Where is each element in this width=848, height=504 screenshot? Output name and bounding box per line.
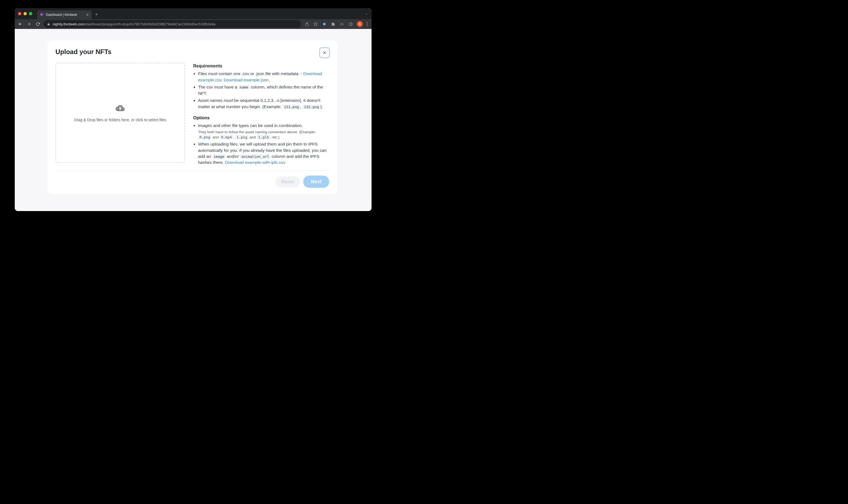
upload-modal: Upload your NFTs Drag & Drop files or fo… [47, 40, 337, 194]
nav-reload-button[interactable] [35, 22, 40, 26]
svg-point-9 [367, 22, 368, 23]
tab-close-icon[interactable]: ✕ [86, 13, 89, 17]
side-panel-icon[interactable] [348, 22, 353, 26]
option-item: Images and other file types can be used … [198, 123, 329, 140]
svg-rect-7 [349, 23, 352, 25]
extension-icon[interactable] [322, 22, 327, 26]
nav-forward-button[interactable] [26, 22, 32, 26]
modal-title: Upload your NFTs [55, 48, 111, 56]
svg-point-10 [367, 23, 368, 24]
lock-icon [47, 22, 50, 26]
modal-footer: Reset Next [55, 170, 329, 188]
page-viewport: Upload your NFTs Drag & Drop files or fo… [15, 29, 372, 211]
window-minimize-icon[interactable] [23, 12, 27, 15]
extensions-puzzle-icon[interactable] [331, 22, 335, 26]
svg-point-11 [367, 25, 368, 26]
tabs-dropdown-icon[interactable]: ⌄ [365, 12, 368, 16]
requirements-heading: Requirements [193, 63, 329, 69]
share-icon[interactable] [304, 22, 309, 26]
url-text: nightly.thirdweb.com/dashboard/polygon/n… [52, 22, 215, 26]
address-bar: nightly.thirdweb.com/dashboard/polygon/n… [15, 19, 372, 29]
reading-list-icon[interactable] [339, 22, 344, 26]
next-button[interactable]: Next [303, 176, 329, 188]
dropzone-label: Drag & Drop files or folders here, or cl… [74, 118, 166, 122]
requirement-item: The csv must have a name column, which d… [198, 84, 329, 96]
url-input[interactable]: nightly.thirdweb.com/dashboard/polygon/n… [44, 20, 301, 28]
svg-marker-1 [314, 22, 317, 26]
toolbar-right: S [304, 21, 369, 27]
upload-cloud-icon [116, 104, 125, 114]
window-maximize-icon[interactable] [29, 12, 32, 15]
new-tab-button[interactable]: + [95, 12, 98, 17]
nav-back-button[interactable] [17, 22, 23, 26]
window-close-icon[interactable] [18, 12, 21, 15]
browser-menu-icon[interactable] [367, 22, 368, 26]
bookmark-star-icon[interactable] [313, 22, 318, 26]
options-heading: Options [193, 115, 329, 121]
modal-close-button[interactable] [320, 48, 329, 57]
browser-window: Dashboard | thirdweb ✕ + ⌄ nightly.third… [15, 8, 372, 211]
window-controls [18, 12, 32, 15]
reset-button[interactable]: Reset [276, 176, 300, 187]
browser-tab[interactable]: Dashboard | thirdweb ✕ [37, 11, 92, 19]
info-panel: Requirements Files must contain one .csv… [193, 63, 329, 167]
option-item: When uploading files, we will upload the… [198, 141, 329, 166]
thirdweb-favicon-icon [40, 13, 44, 17]
download-ipfs-example-link[interactable]: Download example-with-ipfs.csv [225, 160, 285, 165]
requirement-item: Files must contain one .csv or .json fil… [198, 71, 329, 83]
tab-bar: Dashboard | thirdweb ✕ + ⌄ [15, 8, 372, 19]
profile-avatar[interactable]: S [357, 21, 363, 27]
svg-point-3 [324, 23, 325, 24]
download-example-json-link[interactable]: Download example.json [224, 77, 269, 82]
file-dropzone[interactable]: Drag & Drop files or folders here, or cl… [55, 63, 185, 163]
requirement-item: Asset names must be sequential 0,1,2,3..… [198, 97, 329, 110]
tab-title: Dashboard | thirdweb [46, 13, 84, 17]
